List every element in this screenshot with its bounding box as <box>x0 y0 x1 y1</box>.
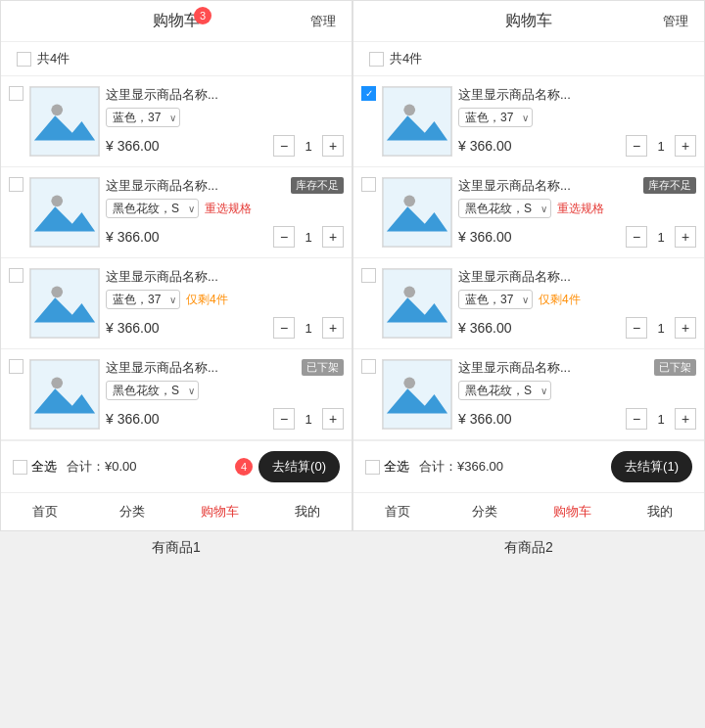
cart-title: 购物车 <box>505 11 552 31</box>
phone-wrapper-phone2: 购物车管理共4件 这里显示商品名称...蓝色，37¥ 366.00−1+ 这里显… <box>352 0 705 565</box>
item-name: 这里显示商品名称... <box>106 268 344 286</box>
qty-plus-button[interactable]: + <box>675 226 696 248</box>
cart-footer: 全选合计：¥366.00去结算(1) <box>353 440 704 492</box>
item-extra-only-left: 仅剩4件 <box>539 292 581 308</box>
spec-select[interactable]: 蓝色，37 <box>458 108 533 127</box>
item-price: ¥ 366.00 <box>106 138 160 154</box>
spec-wrapper: 蓝色，37 <box>106 290 180 309</box>
spec-select[interactable]: 黑色花纹，S <box>106 199 199 218</box>
qty-minus-button[interactable]: − <box>626 135 647 157</box>
item-name: 这里显示商品名称... <box>106 177 287 195</box>
spec-select[interactable]: 蓝色，37 <box>106 290 180 309</box>
nav-item-0[interactable]: 首页 <box>353 493 442 530</box>
checkout-button[interactable]: 去结算(1) <box>611 451 692 482</box>
select-all-checkbox[interactable] <box>17 52 31 67</box>
spec-wrapper: 黑色花纹，S <box>106 381 199 400</box>
nav-item-2[interactable]: 购物车 <box>529 493 617 530</box>
item-name: 这里显示商品名称... <box>106 86 344 104</box>
item-price-qty-row: ¥ 366.00−1+ <box>458 226 696 248</box>
item-checkbox[interactable] <box>361 86 376 101</box>
item-name-row: 这里显示商品名称...库存不足 <box>106 177 344 195</box>
item-checkbox[interactable] <box>361 177 376 192</box>
item-name: 这里显示商品名称... <box>458 177 639 195</box>
item-extra-only-left: 仅剩4件 <box>186 292 228 308</box>
qty-plus-button[interactable]: + <box>322 226 344 248</box>
cart-title: 购物车 <box>153 11 200 31</box>
spec-select[interactable]: 蓝色，37 <box>106 108 180 127</box>
footer-select-all-checkbox[interactable] <box>365 460 380 475</box>
item-image <box>382 359 452 430</box>
cart-footer: 全选合计：¥0.004去结算(0) <box>1 440 352 492</box>
spec-select[interactable]: 黑色花纹，S <box>458 199 551 218</box>
item-checkbox[interactable] <box>361 268 376 283</box>
item-checkbox[interactable] <box>361 359 376 374</box>
footer-select-all-label: 全选 <box>384 458 409 476</box>
item-spec-row: 黑色花纹，S重选规格 <box>458 199 696 218</box>
item-spec-row: 蓝色，37仅剩4件 <box>106 290 344 309</box>
checkout-button[interactable]: 去结算(0) <box>258 451 340 482</box>
cart-header: 购物车3管理 <box>1 1 352 42</box>
item-price: ¥ 366.00 <box>458 138 512 154</box>
item-checkbox[interactable] <box>9 177 24 192</box>
qty-plus-button[interactable]: + <box>675 317 696 339</box>
qty-value: 1 <box>299 139 318 154</box>
item-tag-badge: 库存不足 <box>291 177 344 194</box>
item-price: ¥ 366.00 <box>458 229 512 245</box>
item-info: 这里显示商品名称...蓝色，37¥ 366.00−1+ <box>106 86 344 157</box>
qty-plus-button[interactable]: + <box>675 135 696 157</box>
item-extra-reselect[interactable]: 重选规格 <box>205 201 252 217</box>
nav-item-3[interactable]: 我的 <box>617 493 705 530</box>
spec-select[interactable]: 黑色花纹，S <box>458 381 551 400</box>
select-all-checkbox[interactable] <box>369 52 384 67</box>
qty-minus-button[interactable]: − <box>626 317 647 339</box>
qty-value: 1 <box>299 412 318 427</box>
footer-select-all-label: 全选 <box>31 458 57 476</box>
item-image <box>29 359 100 430</box>
item-name: 这里显示商品名称... <box>458 86 696 104</box>
cart-item-0: 这里显示商品名称...蓝色，37¥ 366.00−1+ <box>353 76 704 167</box>
qty-minus-button[interactable]: − <box>273 226 295 248</box>
spec-select[interactable]: 黑色花纹，S <box>106 381 199 400</box>
nav-item-2[interactable]: 购物车 <box>176 493 264 530</box>
qty-plus-button[interactable]: + <box>322 408 344 430</box>
qty-value: 1 <box>299 321 318 336</box>
svg-point-10 <box>51 378 63 389</box>
nav-item-0[interactable]: 首页 <box>1 493 89 530</box>
qty-minus-button[interactable]: − <box>626 226 647 248</box>
qty-value: 1 <box>651 321 671 336</box>
qty-minus-button[interactable]: − <box>273 135 295 157</box>
select-all-row: 共4件 <box>353 42 704 76</box>
qty-plus-button[interactable]: + <box>322 135 344 157</box>
qty-minus-button[interactable]: − <box>273 317 295 339</box>
svg-rect-12 <box>383 87 451 156</box>
qty-plus-button[interactable]: + <box>675 408 696 430</box>
qty-control: −1+ <box>626 408 696 430</box>
item-checkbox[interactable] <box>9 359 24 374</box>
manage-button[interactable]: 管理 <box>310 13 336 30</box>
cart-item-1: 这里显示商品名称...库存不足黑色花纹，S重选规格¥ 366.00−1+ <box>1 167 352 258</box>
qty-minus-button[interactable]: − <box>273 408 295 430</box>
item-name-row: 这里显示商品名称... <box>458 268 696 286</box>
item-checkbox[interactable] <box>9 268 24 283</box>
qty-minus-button[interactable]: − <box>626 408 647 430</box>
spec-wrapper: 蓝色，37 <box>106 108 180 127</box>
item-extra-reselect[interactable]: 重选规格 <box>557 201 604 217</box>
qty-plus-button[interactable]: + <box>322 317 344 339</box>
footer-select-all-checkbox[interactable] <box>13 460 27 475</box>
nav-item-1[interactable]: 分类 <box>89 493 177 530</box>
svg-rect-0 <box>30 87 99 156</box>
item-info: 这里显示商品名称...蓝色，37仅剩4件¥ 366.00−1+ <box>458 268 696 339</box>
select-all-label: 共4件 <box>37 50 70 68</box>
item-info: 这里显示商品名称...已下架黑色花纹，S¥ 366.00−1+ <box>458 359 696 430</box>
manage-button[interactable]: 管理 <box>663 13 688 30</box>
svg-point-7 <box>51 287 63 298</box>
bottom-nav: 首页分类购物车我的 <box>353 492 704 530</box>
item-checkbox[interactable] <box>9 86 24 101</box>
spec-select[interactable]: 蓝色，37 <box>458 290 533 309</box>
item-name-row: 这里显示商品名称...已下架 <box>106 359 344 377</box>
item-price: ¥ 366.00 <box>458 320 512 336</box>
nav-item-3[interactable]: 我的 <box>264 493 352 530</box>
item-image <box>382 177 452 248</box>
nav-item-1[interactable]: 分类 <box>442 493 530 530</box>
svg-rect-6 <box>30 269 99 338</box>
